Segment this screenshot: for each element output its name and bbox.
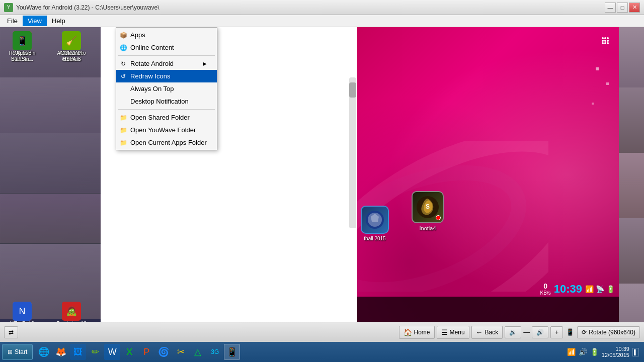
maximize-button[interactable]: □ xyxy=(617,3,628,13)
football-label: tball 2015 xyxy=(357,236,392,241)
taskbar-scissors[interactable]: ✂ xyxy=(173,344,189,360)
taskbar-android[interactable]: 📱 xyxy=(224,344,240,360)
photo-segment-r2 xyxy=(619,87,644,153)
menu-item-youwave-folder[interactable]: 📁 Open YouWave Folder xyxy=(116,124,217,136)
online-content-icon: 🌐 xyxy=(119,44,127,52)
tray-battery[interactable]: 🔋 xyxy=(590,348,599,356)
folder-icon-2: 📁 xyxy=(119,126,127,134)
plus-icon: + xyxy=(555,329,558,336)
football-icon-box xyxy=(361,206,389,234)
close-button[interactable]: ✕ xyxy=(629,3,640,13)
svg-point-4 xyxy=(607,37,609,39)
nitro-icon: N xyxy=(13,302,32,321)
menu-item-desktop-notification[interactable]: Desktop Notification xyxy=(116,95,217,108)
desktop-icon-youwave[interactable]: 🤖 YouWaveAndroid xyxy=(2,320,37,322)
scrollbar[interactable] xyxy=(349,77,356,228)
grid-icon[interactable] xyxy=(600,35,611,48)
system-clock[interactable]: 10:39 12/05/2015 xyxy=(602,346,629,358)
rotate-button[interactable]: ⟳ Rotate (960x640) xyxy=(577,326,640,338)
minimize-button[interactable]: — xyxy=(605,3,616,13)
volume-down-button[interactable]: 🔉 xyxy=(505,326,521,338)
swap-button[interactable]: ⇄ xyxy=(4,326,18,338)
taskbar-ppt[interactable]: P xyxy=(138,344,154,360)
svg-point-2 xyxy=(602,37,604,39)
android-bottom-nav xyxy=(357,297,619,322)
tray-volume[interactable]: 🔊 xyxy=(579,348,587,356)
android-status-bar: 0 KB/s 10:39 📶 📡 🔋 xyxy=(540,282,615,296)
menu-item-redraw[interactable]: ↺ Redraw Icons xyxy=(116,70,217,82)
back-button[interactable]: ← Back xyxy=(471,326,503,339)
sim-icon: 📶 xyxy=(585,285,594,293)
menu-button[interactable]: ☰ Menu xyxy=(437,326,469,339)
android-toolbar-buttons: 🏠 Home ☰ Menu ← Back 🔉 — 🔊 + xyxy=(399,326,564,339)
taskbar-photoshop[interactable]: 🖼 xyxy=(70,344,86,360)
taskbar-pen[interactable]: ✏ xyxy=(87,344,103,360)
taskbar-pinned-icons: 🌐 🦊 🖼 ✏ W X P 🌀 ✂ △ 3G 📱 xyxy=(36,344,240,360)
svg-point-9 xyxy=(604,42,606,44)
windows-logo: ⊞ xyxy=(8,348,13,355)
apps-icon: 📱 xyxy=(13,31,32,50)
desktop-icon-zombater[interactable]: 🧟 Zombater_12 xyxy=(51,300,92,322)
inotia4-icon-box: S xyxy=(412,191,444,223)
title-bar-left: Y YouWave for Android (3.22) - C:\Users\… xyxy=(4,3,159,12)
svg-point-8 xyxy=(602,42,604,44)
dot1 xyxy=(596,67,599,70)
redraw-icon: ↺ xyxy=(119,72,127,80)
taskbar-orange[interactable]: 🌀 xyxy=(155,344,172,360)
desktop-icon-nitro[interactable]: N Nitro Pro 8 xyxy=(2,300,42,322)
menu-item-online-content[interactable]: 🌐 Online Content xyxy=(116,41,217,54)
taskbar-excel[interactable]: X xyxy=(121,344,137,360)
swap-icon: ⇄ xyxy=(9,329,14,336)
menu-item-apps[interactable]: 📦 Apps xyxy=(116,29,217,41)
volume-up-icon: 🔊 xyxy=(536,329,544,336)
taskbar-firefox[interactable]: 🦊 xyxy=(53,344,69,360)
menu-file[interactable]: File xyxy=(2,16,23,26)
home-button[interactable]: 🏠 Home xyxy=(399,326,435,339)
menu-item-apps-folder[interactable]: 📁 Open Current Apps Folder xyxy=(116,136,217,149)
svg-text:S: S xyxy=(426,203,430,210)
folder-icon-1: 📁 xyxy=(119,114,127,122)
photo-segment-r5 xyxy=(619,284,644,322)
gcleaner-icon: 🧹 xyxy=(62,31,81,50)
start-label: Start xyxy=(15,348,27,355)
dot3 xyxy=(592,103,594,105)
taskbar-ie[interactable]: 🌐 xyxy=(36,344,52,360)
desktop-icon-apps[interactable]: 📱 Apps xyxy=(2,29,42,58)
windows-taskbar: ⊞ Start 🌐 🦊 🖼 ✏ W X P 🌀 ✂ △ 3G 📱 📶 🔊 🔋 1… xyxy=(0,342,644,362)
app-window: Y YouWave for Android (3.22) - C:\Users\… xyxy=(0,0,644,362)
separator-2 xyxy=(118,109,215,110)
apps-menu-icon: 📦 xyxy=(119,31,127,39)
show-desktop-button[interactable]: ▌ xyxy=(632,348,639,356)
desktop-icon-gcleaner[interactable]: 🧹 GCleaner xyxy=(51,29,92,58)
android-app-football[interactable]: tball 2015 xyxy=(357,206,392,241)
home-label: Home xyxy=(414,329,430,336)
photo-segment-r4 xyxy=(619,218,644,284)
rotate-icon: ↻ xyxy=(119,60,127,68)
android-app-inotia4[interactable]: S Inotia4 xyxy=(408,191,448,231)
rotate-label: Rotate (960x640) xyxy=(589,329,635,336)
home-icon: 🏠 xyxy=(404,328,412,336)
menu-view[interactable]: View xyxy=(23,16,47,26)
menu-item-rotate[interactable]: ↻ Rotate Android ▶ xyxy=(116,57,217,70)
menu-item-shared-folder[interactable]: 📁 Open Shared Folder xyxy=(116,111,217,124)
title-bar: Y YouWave for Android (3.22) - C:\Users\… xyxy=(0,0,644,15)
center-panel: 📦 Apps 🌐 Online Content ↻ Rotate Android… xyxy=(101,27,357,322)
taskbar-3g[interactable]: 3G xyxy=(207,344,223,360)
svg-point-3 xyxy=(604,37,606,39)
tray-network[interactable]: 📶 xyxy=(567,348,576,356)
menu-item-always-on-top[interactable]: Always On Top xyxy=(116,82,217,95)
volume-up-button[interactable]: 🔊 xyxy=(532,326,548,338)
scroll-thumb[interactable] xyxy=(349,82,356,98)
taskbar-word[interactable]: W xyxy=(104,344,120,360)
window-controls: — □ ✕ xyxy=(605,3,640,13)
zombater-icon: 🧟 xyxy=(62,302,81,321)
notification-badge xyxy=(436,215,441,220)
menu-help[interactable]: Help xyxy=(47,16,70,26)
start-button[interactable]: ⊞ Start xyxy=(2,344,33,360)
separator-1 xyxy=(118,55,215,56)
plus-button[interactable]: + xyxy=(550,326,563,338)
taskbar-triangle[interactable]: △ xyxy=(190,344,206,360)
volume-separator: — xyxy=(523,328,530,336)
rotate-icon: ⟳ xyxy=(582,329,587,336)
center-toolbar-buttons: ⇄ xyxy=(4,326,396,338)
